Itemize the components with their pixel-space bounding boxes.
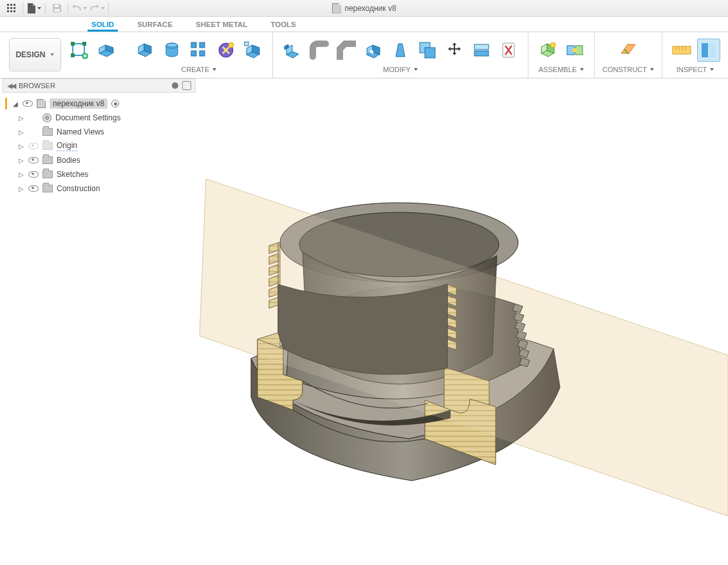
expand-arrow-icon[interactable]: ▷	[18, 171, 24, 178]
delete-button[interactable]	[497, 39, 520, 62]
combine-button[interactable]	[416, 39, 439, 62]
panel-options-icon[interactable]	[172, 82, 178, 89]
document-icon	[331, 3, 341, 14]
tab-sheet-metal[interactable]: SHEET METAL	[192, 18, 251, 32]
svg-rect-40	[702, 43, 708, 57]
active-marker	[5, 98, 7, 109]
fillet-button[interactable]	[308, 39, 331, 62]
chamfer-button[interactable]	[335, 39, 358, 62]
tree-item-document-settings[interactable]: ▷ Document Settings	[4, 111, 194, 125]
construct-plane-button[interactable]	[617, 39, 640, 62]
tree-item-label: Document Settings	[55, 113, 120, 122]
visibility-icon[interactable]	[23, 100, 33, 107]
tree-item-bodies[interactable]: ▷ Bodies	[4, 153, 194, 167]
collapse-panel-icon[interactable]: ◀◀	[7, 82, 15, 90]
tab-solid[interactable]: SOLID	[88, 18, 118, 32]
svg-rect-27	[425, 48, 435, 58]
chevron-down-icon[interactable]	[414, 68, 418, 71]
svg-rect-8	[14, 10, 15, 12]
svg-rect-3	[7, 7, 9, 9]
joint-button[interactable]	[563, 39, 586, 62]
tree-item-named-views[interactable]: ▷ Named Views	[4, 125, 194, 139]
visibility-icon[interactable]	[28, 171, 39, 178]
expand-arrow-icon[interactable]: ▷	[18, 143, 24, 150]
svg-point-31	[550, 42, 555, 48]
browser-tree: ◢ переходник v8 ▷ Document Settings ▷ Na…	[3, 93, 196, 201]
tree-item-label: Sketches	[57, 170, 88, 179]
svg-rect-9	[55, 5, 59, 7]
ribbon-group-inspect: INSPECT	[662, 32, 728, 78]
measure-button[interactable]	[670, 39, 693, 62]
tree-root-label: переходник v8	[50, 98, 107, 109]
chevron-down-icon[interactable]	[650, 68, 654, 71]
expand-arrow-icon[interactable]: ▷	[18, 157, 24, 164]
rib-button[interactable]	[241, 39, 265, 62]
box-button[interactable]	[133, 39, 156, 62]
svg-point-24	[229, 42, 234, 48]
expand-arrow-icon[interactable]: ▷	[18, 185, 24, 192]
section-analysis-button[interactable]	[697, 39, 720, 62]
svg-rect-5	[14, 7, 15, 9]
tab-surface[interactable]: SURFACE	[133, 18, 176, 32]
align-button[interactable]	[470, 39, 493, 62]
ribbon-group-label: ASSEMBLE	[539, 66, 584, 73]
document-title-text: переходник v8	[344, 4, 396, 13]
emboss-button[interactable]	[214, 39, 238, 62]
workspace-tabs: SOLID SURFACE SHEET METAL TOOLS	[0, 17, 728, 32]
panel-pin-icon[interactable]	[182, 81, 191, 90]
extrude-button[interactable]	[95, 39, 118, 62]
tab-tools[interactable]: TOOLS	[266, 18, 299, 32]
shell-button[interactable]	[362, 39, 385, 62]
svg-rect-29	[474, 51, 489, 56]
activate-radio-icon[interactable]	[111, 100, 119, 107]
chevron-down-icon[interactable]	[212, 68, 216, 71]
file-menu-button[interactable]	[25, 1, 43, 16]
redo-button[interactable]	[88, 1, 106, 16]
svg-rect-14	[71, 53, 75, 57]
chevron-down-icon	[50, 53, 54, 56]
visibility-icon[interactable]	[28, 185, 39, 192]
chevron-down-icon[interactable]	[710, 68, 714, 71]
folder-icon	[42, 156, 53, 164]
folder-icon	[42, 171, 53, 178]
tree-item-label: Bodies	[57, 156, 80, 165]
chevron-down-icon[interactable]	[580, 68, 584, 71]
ribbon-group-label: CREATE	[182, 66, 217, 73]
browser-header[interactable]: ◀◀ BROWSER	[3, 79, 196, 93]
workspace-switcher-label: DESIGN	[15, 50, 45, 59]
new-component-button[interactable]	[536, 39, 559, 62]
quick-access-toolbar: переходник v8	[0, 0, 728, 17]
move-button[interactable]	[443, 39, 466, 62]
svg-rect-6	[7, 10, 9, 12]
expand-arrow-icon[interactable]: ◢	[12, 100, 19, 107]
visibility-icon[interactable]	[28, 143, 39, 149]
apps-grid-icon[interactable]	[3, 1, 21, 16]
separator	[68, 3, 68, 14]
expand-arrow-icon[interactable]: ▷	[18, 115, 24, 122]
chevron-down-icon	[101, 7, 105, 10]
ribbon-group-label: INSPECT	[677, 66, 714, 73]
draft-button[interactable]	[389, 39, 412, 62]
folder-icon	[42, 142, 53, 150]
tree-item-label: Construction	[57, 184, 100, 193]
svg-rect-41	[709, 43, 716, 57]
component-icon	[37, 99, 46, 108]
tree-item-origin[interactable]: ▷ Origin	[4, 139, 194, 153]
visibility-icon[interactable]	[28, 157, 39, 163]
presspull-button[interactable]	[281, 39, 304, 62]
tree-item-construction[interactable]: ▷ Construction	[4, 181, 194, 196]
save-button[interactable]	[48, 1, 66, 16]
ribbon-group-construct: CONSTRUCT	[595, 32, 662, 78]
create-sketch-button[interactable]	[68, 39, 91, 62]
ribbon-group-create: CREATE	[126, 32, 273, 78]
tree-root[interactable]: ◢ переходник v8	[4, 97, 194, 111]
expand-arrow-icon[interactable]: ▷	[18, 129, 24, 136]
pattern-button[interactable]	[187, 39, 210, 62]
tree-item-sketches[interactable]: ▷ Sketches	[4, 167, 194, 181]
undo-button[interactable]	[70, 1, 88, 16]
svg-rect-12	[71, 42, 75, 46]
cylinder-button[interactable]	[160, 39, 183, 62]
svg-rect-2	[14, 4, 15, 6]
ribbon-group-label: CONSTRUCT	[602, 66, 654, 73]
workspace-switcher[interactable]: DESIGN	[9, 38, 61, 71]
